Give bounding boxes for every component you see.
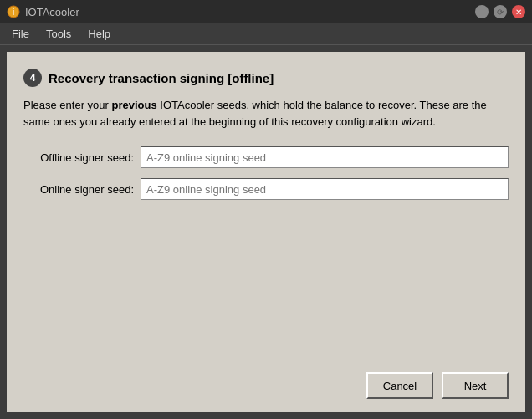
offline-signer-row: Offline signer seed: <box>23 146 509 168</box>
step-header: 4 Recovery transaction signing [offline] <box>23 69 509 87</box>
offline-signer-label: Offline signer seed: <box>23 151 141 164</box>
title-bar-left: i IOTAcooler <box>7 5 79 18</box>
description-bold: previous <box>112 99 157 111</box>
title-bar: i IOTAcooler — ⟳ ✕ <box>0 0 532 23</box>
button-row: Cancel Next <box>366 372 509 399</box>
description-part2: IOTAcooler seeds, which hold the balance… <box>23 99 487 128</box>
window-title: IOTAcooler <box>25 6 79 18</box>
main-content: 4 Recovery transaction signing [offline]… <box>7 52 525 412</box>
online-signer-input[interactable] <box>141 178 509 200</box>
description-text: Please enter your previous IOTAcooler se… <box>23 97 509 130</box>
step-title: Recovery transaction signing [offline] <box>49 71 274 85</box>
cancel-button[interactable]: Cancel <box>366 372 433 399</box>
step-number: 4 <box>23 69 42 87</box>
menu-bar: File Tools Help <box>0 23 532 45</box>
online-signer-row: Online signer seed: <box>23 178 509 200</box>
title-bar-controls: — ⟳ ✕ <box>475 5 525 18</box>
svg-text:i: i <box>13 8 15 17</box>
file-menu[interactable]: File <box>3 24 38 43</box>
help-menu[interactable]: Help <box>79 24 119 43</box>
restore-button[interactable]: ⟳ <box>494 5 507 18</box>
app-icon: i <box>7 5 20 18</box>
tools-menu[interactable]: Tools <box>38 24 79 43</box>
online-signer-label: Online signer seed: <box>23 183 141 196</box>
offline-signer-input[interactable] <box>141 146 509 168</box>
next-button[interactable]: Next <box>442 372 509 399</box>
minimize-button[interactable]: — <box>475 5 489 18</box>
close-button[interactable]: ✕ <box>512 5 525 18</box>
